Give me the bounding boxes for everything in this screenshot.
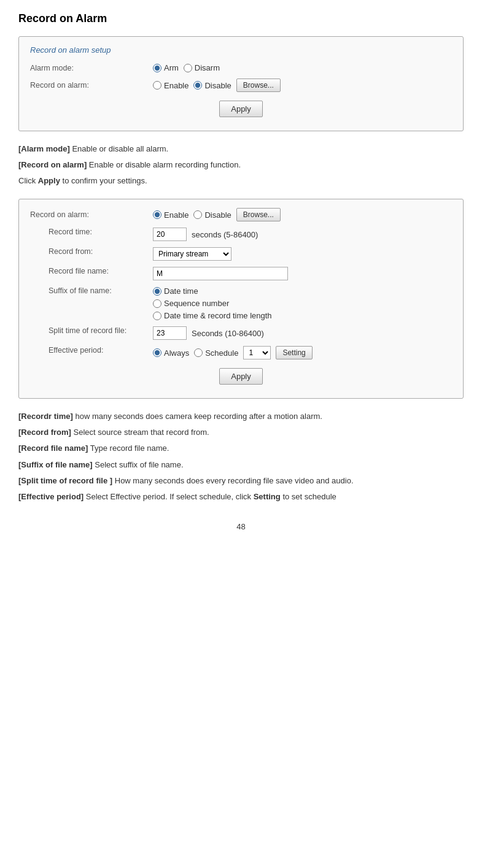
record-file-name-row: Record file name: [30,267,452,280]
apply-container-1: Apply [30,101,452,117]
record-on-alarm-row-1: Record on alarm: Enable Disable Browse..… [30,79,452,92]
alarm-mode-row: Alarm mode: Arm Disarm [30,63,452,72]
record-disable-option-1[interactable]: Disable [193,81,231,90]
suffix-sequence-label: Sequence number [164,299,229,308]
page-number: 48 [18,522,464,531]
record-time-input[interactable] [153,228,187,241]
record-time-unit: seconds (5-86400) [192,230,258,239]
desc2-split-text: How many seconds does every recording fi… [112,476,353,485]
record-disable-label-2: Disable [204,210,231,220]
record-disable-option-2[interactable]: Disable [193,210,231,220]
desc2-line5: [Split time of record file ] How many se… [18,474,464,488]
desc2-effective-text: Select Effective period. If select sched… [84,492,254,501]
desc1-line3: Click Apply to confirm your settings. [18,174,464,188]
alarm-disarm-label: Disarm [195,63,220,72]
record-from-row: Record from: Primary stream Secondary st… [30,247,452,261]
alarm-arm-label: Arm [164,63,179,72]
alarm-arm-option[interactable]: Arm [153,63,179,72]
page-title: Record on Alarm [18,12,464,25]
desc2-line3: [Record file name] Type record file name… [18,442,464,455]
section2-box: Record on alarm: Enable Disable Browse..… [18,199,464,399]
apply-button-2[interactable]: Apply [219,368,263,385]
desc2-line2: [Record from] Select source stream that … [18,426,464,439]
record-enable-label-2: Enable [164,210,189,220]
schedule-select[interactable]: 1 2 3 4 [243,346,271,359]
suffix-datetime-record-option[interactable]: Date time & record time length [153,311,272,320]
record-enable-option-1[interactable]: Enable [153,81,189,90]
effective-always-label: Always [164,348,189,358]
effective-always-option[interactable]: Always [153,348,189,358]
suffix-label: Suffix of file name: [30,286,153,295]
record-disable-label-1: Disable [204,81,231,90]
suffix-datetime-option[interactable]: Date time [153,286,272,296]
record-enable-radio-2[interactable] [153,210,161,219]
record-enable-option-2[interactable]: Enable [153,210,189,220]
browse-button-1[interactable]: Browse... [236,79,281,92]
effective-period-controls: Always Schedule 1 2 3 4 Setting [153,346,313,359]
record-enable-radio-1[interactable] [153,81,161,90]
effective-schedule-radio[interactable] [194,348,203,357]
record-file-name-label: Record file name: [30,267,153,275]
desc1-line1: [Alarm mode] Enable or disable all alarm… [18,142,464,156]
effective-schedule-label: Schedule [205,348,238,358]
record-disable-radio-1[interactable] [193,81,202,90]
desc2-record-file-bold: [Record file name] [18,444,88,453]
split-time-label: Split time of record file: [30,326,153,335]
desc1-apply-bold: Apply [38,176,60,185]
record-from-select[interactable]: Primary stream Secondary stream [153,247,231,261]
alarm-disarm-option[interactable]: Disarm [184,63,220,72]
desc2-line6: [Effective period] Select Effective peri… [18,490,464,504]
section1-title: Record on alarm setup [30,45,452,55]
suffix-datetime-record-radio[interactable] [153,312,161,320]
record-on-alarm-label-1: Record on alarm: [30,81,153,90]
desc2-split-bold: [Split time of record file ] [18,476,112,485]
record-on-alarm-row-2: Record on alarm: Enable Disable Browse..… [30,208,452,221]
desc2-line1: [Recordr time] how many seconds does cam… [18,410,464,423]
alarm-mode-label: Alarm mode: [30,64,153,72]
suffix-datetime-label: Date time [164,286,198,296]
alarm-arm-radio[interactable] [153,64,161,72]
record-file-name-controls [153,267,288,280]
record-on-alarm-controls-1: Enable Disable Browse... [153,79,281,92]
desc2-record-time-text: how many seconds does camera keep record… [73,412,322,421]
desc1-click-end: to confirm your settings. [60,176,147,185]
alarm-mode-controls: Arm Disarm [153,63,220,72]
suffix-sequence-radio[interactable] [153,299,161,308]
suffix-sequence-option[interactable]: Sequence number [153,299,272,308]
apply-button-1[interactable]: Apply [219,101,263,117]
record-from-label: Record from: [30,247,153,256]
split-time-controls: Seconds (10-86400) [153,326,264,340]
record-file-name-input[interactable] [153,267,288,280]
setting-button[interactable]: Setting [276,346,312,359]
record-time-controls: seconds (5-86400) [153,228,258,241]
suffix-datetime-record-label: Date time & record time length [164,311,272,320]
desc2-record-file-text: Type record file name. [88,444,169,453]
record-time-label: Record time: [30,228,153,236]
effective-always-radio[interactable] [153,348,161,357]
desc2-line4: [Suffix of file name] Select suffix of f… [18,458,464,472]
desc2-setting-bold: Setting [254,492,281,501]
apply-container-2: Apply [30,368,452,385]
record-on-alarm-label-2: Record on alarm: [30,210,153,219]
record-on-alarm-controls-2: Enable Disable Browse... [153,208,281,221]
section1-box: Record on alarm setup Alarm mode: Arm Di… [18,36,464,131]
effective-period-row: Effective period: Always Schedule 1 2 3 … [30,346,452,359]
desc1-alarm-mode-bold: [Alarm mode] [18,144,70,153]
suffix-controls: Date time Sequence number Date time & re… [153,286,272,320]
split-time-unit: Seconds (10-86400) [192,329,264,338]
browse-button-2[interactable]: Browse... [236,208,281,221]
desc2-record-from-text: Select source stream that record from. [71,428,209,437]
record-disable-radio-2[interactable] [193,210,202,219]
suffix-row: Suffix of file name: Date time Sequence … [30,286,452,320]
description-block-1: [Alarm mode] Enable or disable all alarm… [18,142,464,188]
alarm-disarm-radio[interactable] [184,64,192,72]
record-from-controls: Primary stream Secondary stream [153,247,231,261]
record-time-row: Record time: seconds (5-86400) [30,228,452,241]
effective-schedule-option[interactable]: Schedule [194,348,238,358]
desc1-alarm-mode-text: Enable or disable all alarm. [70,144,168,153]
description-block-2: [Recordr time] how many seconds does cam… [18,410,464,504]
effective-period-label: Effective period: [30,346,153,355]
desc1-line2: [Record on alarm] Enable or disable alar… [18,158,464,172]
split-time-input[interactable] [153,326,187,340]
suffix-datetime-radio[interactable] [153,287,161,296]
